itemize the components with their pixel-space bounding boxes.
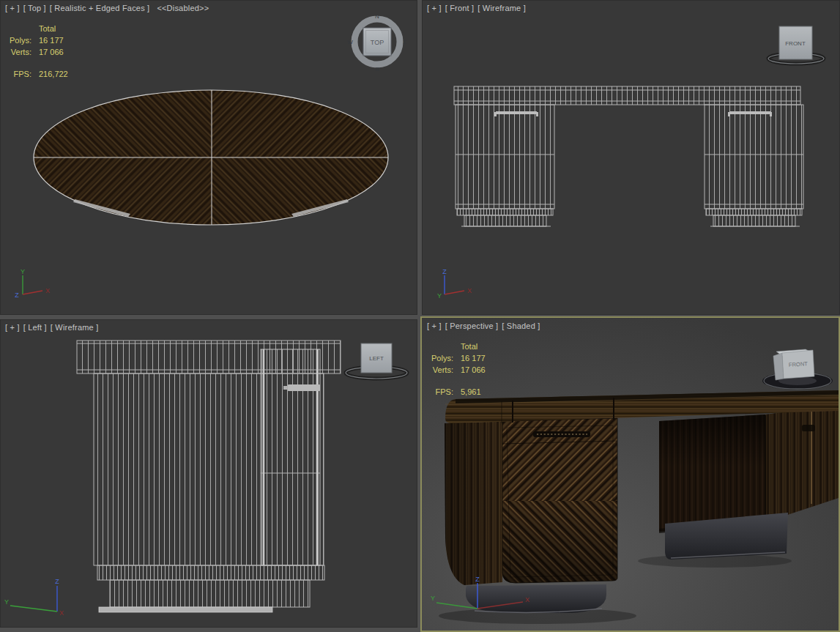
- axis-tripod-perspective: Z X Y: [429, 574, 532, 620]
- axis-z-label: Z: [55, 578, 59, 585]
- viewcube-top[interactable]: N E S W TOP: [346, 11, 409, 74]
- stats-fps-label: FPS:: [431, 377, 461, 399]
- viewport-perspective[interactable]: [ + ] [ Perspective ] [ Shaded ] Total P…: [420, 316, 840, 632]
- stats-polys-value: 16 177: [461, 354, 486, 365]
- stats-fps-label: FPS:: [10, 59, 39, 81]
- axis-y-label: Y: [431, 595, 435, 602]
- stats-verts-label: Verts:: [10, 48, 39, 59]
- viewport-label-left: [ + ] [ Left ] [ Wireframe ]: [5, 323, 98, 332]
- viewport-menu-general[interactable]: [ + ]: [5, 4, 20, 12]
- viewport-menu-general[interactable]: [ + ]: [427, 4, 442, 12]
- compass-south-label: S: [375, 66, 379, 73]
- stats-fps-value: 5,961: [461, 377, 486, 399]
- viewport-menu-general[interactable]: [ + ]: [5, 323, 20, 332]
- viewport-menu-pov[interactable]: [ Top ]: [23, 4, 46, 12]
- stats-verts-value: 17 066: [39, 48, 68, 59]
- viewport-menu-general[interactable]: [ + ]: [427, 321, 442, 330]
- viewport-menu-pov[interactable]: [ Perspective ]: [445, 321, 499, 330]
- statistics-panel: Total Polys: 16 177 Verts: 17 066 FPS: 5…: [431, 342, 486, 399]
- viewport-quad-layout: [ + ] [ Top ] [ Realistic + Edged Faces …: [0, 0, 840, 632]
- compass-north-label: N: [375, 13, 379, 20]
- viewport-menu-pov[interactable]: [ Front ]: [445, 4, 475, 12]
- stats-total-label: Total: [461, 342, 486, 354]
- stats-verts-label: Verts:: [431, 365, 461, 377]
- stats-polys-value: 16 177: [39, 36, 68, 48]
- stats-polys-label: Polys:: [10, 36, 39, 48]
- viewport-menu-shading[interactable]: [ Realistic + Edged Faces ]: [50, 4, 150, 12]
- viewport-front[interactable]: [ + ] [ Front ] [ Wireframe ] FRONT Z X …: [422, 0, 840, 315]
- axis-x-label: X: [59, 609, 64, 617]
- viewcube-face-label: FRONT: [785, 40, 806, 47]
- compass-east-label: E: [403, 39, 406, 45]
- axis-z-label: Z: [15, 291, 19, 299]
- axis-x-label: X: [45, 287, 50, 294]
- viewport-left[interactable]: [ + ] [ Left ] [ Wireframe ] LEFT Z Y X: [0, 319, 417, 628]
- viewport-menu-shading[interactable]: [ Wireframe ]: [477, 4, 526, 12]
- axis-y-label: Y: [437, 292, 442, 300]
- axis-z-label: Z: [475, 576, 480, 583]
- viewport-disabled-note: <<Disabled>>: [157, 4, 209, 12]
- stats-fps-value: 216,722: [39, 59, 68, 81]
- axis-y-label: Y: [4, 598, 9, 606]
- viewport-label-perspective: [ + ] [ Perspective ] [ Shaded ]: [427, 321, 540, 330]
- viewcube-front[interactable]: FRONT: [763, 18, 833, 70]
- drawer-handle-left: [496, 111, 537, 114]
- stats-verts-value: 17 066: [461, 365, 486, 377]
- axis-tripod-top: Y X Z: [4, 268, 56, 305]
- axis-y-label: Y: [21, 268, 25, 275]
- viewport-top[interactable]: [ + ] [ Top ] [ Realistic + Edged Faces …: [0, 0, 417, 315]
- viewcube-face-label: TOP: [371, 39, 384, 46]
- drawer-handle-right: [729, 111, 770, 114]
- compass-west-label: W: [347, 39, 353, 45]
- drawer-handle-side: [288, 384, 320, 391]
- axis-tripod-front: Z X Y: [426, 268, 477, 305]
- axis-x-label: X: [467, 287, 472, 294]
- viewcube-face-label: FRONT: [789, 360, 809, 368]
- viewport-menu-shading[interactable]: [ Wireframe ]: [51, 323, 99, 332]
- viewcube-perspective[interactable]: FRONT: [760, 334, 833, 393]
- axis-tripod-left: Z Y X: [1, 576, 71, 620]
- stats-total-label: Total: [39, 24, 68, 36]
- viewcube-face-label: LEFT: [369, 355, 384, 362]
- statistics-panel: Total Polys: 16 177 Verts: 17 066 FPS: 2…: [10, 24, 68, 81]
- viewport-label-front: [ + ] [ Front ] [ Wireframe ]: [427, 4, 526, 12]
- axis-x-label: X: [525, 596, 529, 603]
- stats-polys-label: Polys:: [431, 354, 461, 365]
- viewport-label-top: [ + ] [ Top ] [ Realistic + Edged Faces …: [5, 4, 209, 12]
- viewcube-left[interactable]: LEFT: [343, 337, 412, 385]
- axis-z-label: Z: [442, 268, 447, 275]
- viewport-menu-shading[interactable]: [ Shaded ]: [502, 321, 540, 330]
- drawer-handle-right-pedestal: [802, 425, 815, 431]
- viewport-menu-pov[interactable]: [ Left ]: [23, 323, 47, 332]
